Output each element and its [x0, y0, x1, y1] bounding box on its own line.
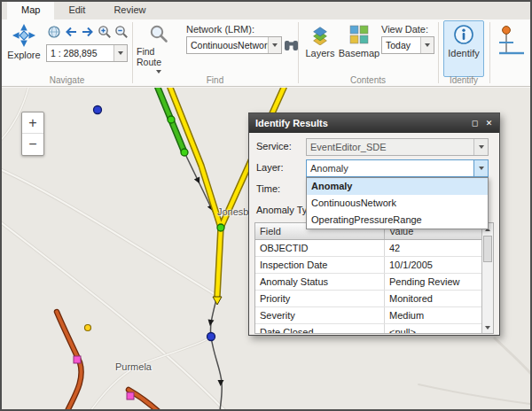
network-lrm-value: ContinuousNetwork — [187, 40, 268, 50]
chevron-down-icon — [156, 70, 161, 74]
find-route-button[interactable]: Find Route — [136, 20, 182, 77]
maximize-icon: ◻ — [472, 113, 478, 133]
view-date-value: Today — [382, 40, 420, 50]
service-label: Service: — [256, 141, 292, 151]
dropdown-option-continuousnetwork[interactable]: ContinuousNetwork — [307, 195, 488, 212]
find-route-label: Find Route — [137, 46, 181, 67]
map-canvas[interactable]: Jonesboro Purmela + − Identify Results ◻… — [2, 88, 530, 409]
layer-combo[interactable]: Anomaly — [306, 159, 489, 177]
zoom-in-button[interactable] — [97, 24, 113, 40]
tab-edit[interactable]: Edit — [54, 2, 99, 19]
network-lrm-combo[interactable]: ContinuousNetwork — [186, 36, 282, 54]
globe-icon — [47, 25, 61, 39]
explore-button[interactable]: Explore — [4, 20, 43, 74]
binoculars-icon — [284, 38, 299, 52]
basemap-icon — [348, 24, 370, 45]
basemap-button[interactable]: Basemap — [339, 20, 379, 77]
panel-body: Service: EventEditor_SDE Layer: Anomaly … — [249, 133, 499, 335]
next-extent-button[interactable] — [80, 24, 96, 40]
table-row: Severity Medium — [255, 307, 481, 324]
value-cell: Monitored — [385, 291, 481, 306]
table-scrollbar[interactable] — [481, 223, 493, 333]
scale-dropdown-button[interactable] — [113, 45, 127, 61]
full-extent-button[interactable] — [46, 24, 62, 40]
explore-label: Explore — [7, 50, 40, 60]
dropdown-option-operatingpressurerange[interactable]: OperatingPressureRange — [307, 212, 488, 229]
tab-review[interactable]: Review — [99, 2, 160, 19]
previous-extent-button[interactable] — [63, 24, 79, 40]
attributes-table-body: Field Value OBJECTID 42 Inspection Date … — [255, 223, 481, 333]
group-separator — [132, 22, 133, 83]
map-zoom-out-button[interactable]: − — [22, 134, 43, 155]
service-combo[interactable]: EventEditor_SDE — [306, 138, 489, 156]
attributes-table: Field Value OBJECTID 42 Inspection Date … — [254, 222, 494, 334]
map-scale-combo[interactable]: 1 : 288,895 — [46, 44, 128, 62]
tab-map[interactable]: Map — [7, 2, 54, 19]
view-date-dropdown-button[interactable] — [420, 37, 434, 53]
chevron-down-icon — [425, 43, 430, 47]
layer-dropdown-button[interactable] — [473, 160, 488, 176]
network-lrm-label: Network (LRM): — [186, 24, 254, 35]
value-cell: Medium — [385, 307, 481, 323]
layers-button[interactable]: Layers — [303, 20, 337, 77]
ribbon: Explore — [2, 19, 530, 87]
zoom-in-magnifier-icon — [98, 25, 112, 39]
ribbon-tab-bar: Map Edit Review — [2, 2, 530, 19]
field-cell: Inspection Date — [255, 257, 385, 273]
field-cell: Anomaly Status — [255, 274, 385, 290]
table-row: Date Closed <null> — [255, 324, 481, 333]
zoom-out-magnifier-icon — [114, 25, 129, 39]
scrollbar-thumb[interactable] — [483, 236, 492, 262]
place-label-purmela: Purmela — [115, 361, 152, 372]
zoom-out-button[interactable] — [113, 24, 129, 40]
identify-label: Identify — [448, 48, 479, 58]
view-date-combo[interactable]: Today — [381, 36, 434, 54]
triangle-down-icon — [485, 326, 490, 330]
field-cell: Severity — [255, 307, 385, 323]
table-row: Priority Monitored — [255, 291, 481, 307]
left-arrow-icon — [64, 25, 78, 39]
table-row: OBJECTID 42 — [255, 240, 481, 257]
maximize-button[interactable]: ◻ — [468, 117, 481, 129]
find-route-magnifier-icon — [149, 24, 168, 43]
identify-info-icon — [453, 24, 474, 45]
panel-title-bar[interactable]: Identify Results ◻ ✕ — [249, 113, 499, 133]
map-scale-value: 1 : 288,895 — [47, 48, 113, 58]
identify-button[interactable]: Identify — [443, 20, 484, 77]
value-cell: 10/1/2005 — [385, 257, 481, 273]
layer-dropdown-list: Anomaly ContinuousNetwork OperatingPress… — [306, 177, 489, 229]
group-label-identify: Identify — [438, 75, 489, 85]
group-separator — [489, 22, 490, 83]
close-button[interactable]: ✕ — [482, 117, 496, 129]
station-tool-icon — [497, 25, 528, 60]
app-window: Map Edit Review Explore — [0, 0, 532, 411]
explore-compass-icon — [12, 24, 35, 47]
service-dropdown-button[interactable] — [473, 139, 488, 155]
chevron-down-icon — [118, 51, 123, 55]
layer-label: Layer: — [256, 162, 284, 173]
group-label-find: Find — [132, 75, 298, 85]
scroll-down-button[interactable] — [482, 322, 493, 333]
chevron-down-icon — [479, 167, 484, 170]
panel-title: Identify Results — [255, 118, 328, 128]
field-cell: OBJECTID — [255, 240, 385, 256]
dropdown-option-anomaly[interactable]: Anomaly — [307, 178, 488, 195]
network-dropdown-button[interactable] — [268, 37, 281, 53]
service-value: EventEditor_SDE — [307, 142, 473, 152]
identify-results-panel: Identify Results ◻ ✕ Service: EventEdito… — [248, 112, 500, 336]
basemap-label: Basemap — [339, 48, 379, 58]
layers-label: Layers — [305, 48, 334, 58]
group-label-navigate: Navigate — [2, 75, 132, 85]
station-tool-button[interactable] — [495, 25, 530, 60]
search-button[interactable] — [283, 37, 299, 53]
map-zoom-in-button[interactable]: + — [22, 112, 43, 134]
layer-value: Anomaly — [307, 163, 473, 174]
time-label: Time: — [256, 183, 280, 194]
chevron-down-icon — [479, 145, 484, 149]
value-cell: <null> — [385, 324, 481, 333]
right-arrow-icon — [81, 25, 95, 39]
close-icon: ✕ — [486, 113, 493, 133]
group-separator — [438, 22, 439, 83]
table-row: Inspection Date 10/1/2005 — [255, 257, 481, 274]
chevron-down-icon — [272, 43, 278, 47]
